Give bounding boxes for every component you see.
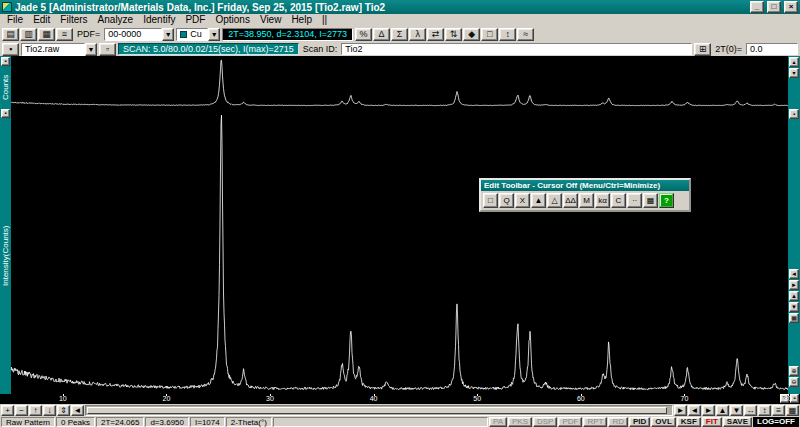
dots-button[interactable]: ∙∙ bbox=[627, 193, 642, 208]
expand-button[interactable]: ↕ bbox=[499, 28, 516, 41]
menu-item-options[interactable]: Options bbox=[210, 14, 254, 26]
status-button-pks[interactable]: PKS bbox=[508, 417, 532, 427]
smooth-button[interactable]: M bbox=[579, 193, 594, 208]
file-combo[interactable]: Tio2.raw ▼ bbox=[21, 43, 97, 56]
overview-corner-button[interactable]: ▪ bbox=[1, 57, 10, 66]
anode-combo[interactable]: Cu ▼ bbox=[176, 28, 220, 41]
overview-up-button[interactable]: ▴ bbox=[789, 57, 799, 67]
status-button-pa[interactable]: PA bbox=[489, 417, 507, 427]
scan-id-input[interactable] bbox=[341, 43, 692, 55]
status-button-ksf[interactable]: KSF bbox=[677, 417, 701, 427]
minimize-button[interactable]: _ bbox=[750, 1, 764, 13]
scroll-arrow-right[interactable]: ► bbox=[674, 405, 687, 416]
main-corner-button[interactable]: ▪ bbox=[1, 109, 10, 118]
pan-down-button[interactable]: ▼ bbox=[730, 405, 743, 416]
swap-h-button[interactable]: ⇄ bbox=[427, 28, 444, 41]
scroll-arrow-left[interactable]: ◄ bbox=[71, 405, 84, 416]
menu-item-view[interactable]: View bbox=[255, 14, 287, 26]
status-button-pid[interactable]: PID bbox=[629, 417, 650, 427]
report-button[interactable]: ≡ bbox=[56, 28, 73, 41]
scan-lock-button[interactable]: ▫ bbox=[99, 43, 116, 56]
zoom-out-button[interactable]: − bbox=[15, 405, 28, 416]
up-button[interactable]: ↑ bbox=[29, 405, 42, 416]
status-button-ovl[interactable]: OVL bbox=[651, 417, 675, 427]
cursor-left-button[interactable]: ◄ bbox=[789, 269, 799, 279]
status-button-fit[interactable]: FIT bbox=[702, 417, 722, 427]
scrollbar-thumb[interactable] bbox=[87, 407, 667, 414]
pan-right-button[interactable]: ► bbox=[702, 405, 715, 416]
close-button[interactable]: × bbox=[784, 1, 798, 13]
full-scale-button[interactable]: ↕ bbox=[758, 405, 771, 416]
main-plot[interactable]: Edit Toolbar - Cursor Off (Menu/Ctrl=Min… bbox=[11, 108, 788, 394]
status-button-rpt[interactable]: RPT bbox=[583, 417, 607, 427]
fit-button[interactable]: ⇕ bbox=[57, 405, 70, 416]
maximize-button[interactable]: □ bbox=[767, 1, 781, 13]
pdf-combo[interactable]: 00-0000 ▼ bbox=[104, 28, 174, 41]
down-button[interactable]: ↓ bbox=[43, 405, 56, 416]
pan-up-button[interactable]: ▲ bbox=[716, 405, 729, 416]
menu-item-[interactable]: || bbox=[317, 14, 332, 26]
scan-id-label: Scan ID: bbox=[301, 44, 340, 54]
theta-zero-input[interactable] bbox=[746, 43, 798, 55]
status-button-save[interactable]: SAVE bbox=[723, 417, 752, 427]
scale-down-button[interactable]: ▼ bbox=[789, 302, 799, 312]
zoom-x-button[interactable]: ⊕ bbox=[789, 366, 799, 376]
menu-item-filters[interactable]: Filters bbox=[55, 14, 92, 26]
file-list-button[interactable]: ▪ bbox=[2, 43, 19, 56]
menu-item-pdf[interactable]: PDF bbox=[180, 14, 210, 26]
overview-down-button[interactable]: ▾ bbox=[789, 68, 799, 78]
k-alpha-button[interactable]: kα bbox=[595, 193, 610, 208]
options-button[interactable]: ≡ bbox=[772, 405, 785, 416]
theta-zero-button[interactable]: ⊞ bbox=[694, 43, 711, 56]
delta-button[interactable]: Δ bbox=[373, 28, 390, 41]
anode-color-swatch bbox=[180, 31, 187, 38]
menu-item-help[interactable]: Help bbox=[286, 14, 317, 26]
wave-button[interactable]: ≈ bbox=[517, 28, 534, 41]
zoom-button[interactable]: Q bbox=[499, 193, 514, 208]
status-button-rd[interactable]: RD bbox=[608, 417, 628, 427]
main-right-mid: ◄►▲▼▦ bbox=[788, 268, 800, 324]
grid2-button[interactable]: ▦ bbox=[786, 405, 799, 416]
grid-button[interactable]: ▦ bbox=[643, 193, 658, 208]
peaks-filled-button[interactable]: ▲ bbox=[531, 193, 546, 208]
cursor-right-button[interactable]: ► bbox=[789, 280, 799, 290]
sum-button[interactable]: Σ bbox=[391, 28, 408, 41]
status-button-pdf[interactable]: PDF bbox=[558, 417, 582, 427]
anode-combo-arrow-icon[interactable]: ▼ bbox=[208, 28, 220, 41]
pan-left-button[interactable]: ◄ bbox=[688, 405, 701, 416]
swap-v-button[interactable]: ⇅ bbox=[445, 28, 462, 41]
box-cursor-button[interactable]: □ bbox=[483, 193, 498, 208]
print-button[interactable]: ▥ bbox=[20, 28, 37, 41]
unzoom-x-button[interactable]: ⊖ bbox=[789, 377, 799, 387]
box-button[interactable]: □ bbox=[481, 28, 498, 41]
lambda-button[interactable]: λ bbox=[409, 28, 426, 41]
file-combo-arrow-icon[interactable]: ▼ bbox=[85, 43, 97, 56]
open-file-button[interactable]: ▤ bbox=[2, 28, 19, 41]
chart-menu-button[interactable]: ▪ bbox=[789, 109, 799, 119]
menu-item-analyze[interactable]: Analyze bbox=[93, 14, 139, 26]
full-range-button[interactable]: ↔ bbox=[744, 405, 757, 416]
scale-up-button[interactable]: ▲ bbox=[789, 291, 799, 301]
axes-button[interactable]: X bbox=[515, 193, 530, 208]
diamond-button[interactable]: ◆ bbox=[463, 28, 480, 41]
menu-item-edit[interactable]: Edit bbox=[28, 14, 55, 26]
title-bar: Jade 5 [Administrator/Materials Data, In… bbox=[0, 0, 800, 14]
scrollbar-track[interactable] bbox=[85, 405, 673, 416]
help-button[interactable]: ? bbox=[659, 193, 674, 208]
percent-button[interactable]: % bbox=[355, 28, 372, 41]
background-button[interactable]: C bbox=[611, 193, 626, 208]
pdf-combo-arrow-icon[interactable]: ▼ bbox=[162, 28, 174, 41]
zoom-in-button[interactable]: + bbox=[1, 405, 14, 416]
status-button-logoff[interactable]: LOG=OFF bbox=[753, 417, 799, 427]
status-button-dsp[interactable]: DSP bbox=[533, 417, 557, 427]
copy-button[interactable]: ▦ bbox=[38, 28, 55, 41]
peaks-outline-button[interactable]: △ bbox=[547, 193, 562, 208]
delta-peaks-button[interactable]: ΔΔ bbox=[563, 193, 578, 208]
menu-item-file[interactable]: File bbox=[2, 14, 28, 26]
reset-view-button[interactable]: ▦ bbox=[789, 313, 799, 323]
edit-toolbar-titlebar[interactable]: Edit Toolbar - Cursor Off (Menu/Ctrl=Min… bbox=[481, 180, 689, 191]
overview-plot[interactable] bbox=[11, 56, 788, 108]
menu-item-identify[interactable]: Identify bbox=[138, 14, 180, 26]
status-filler bbox=[273, 417, 488, 427]
status-cursor-2theta: 2T=24.065 bbox=[96, 417, 144, 427]
